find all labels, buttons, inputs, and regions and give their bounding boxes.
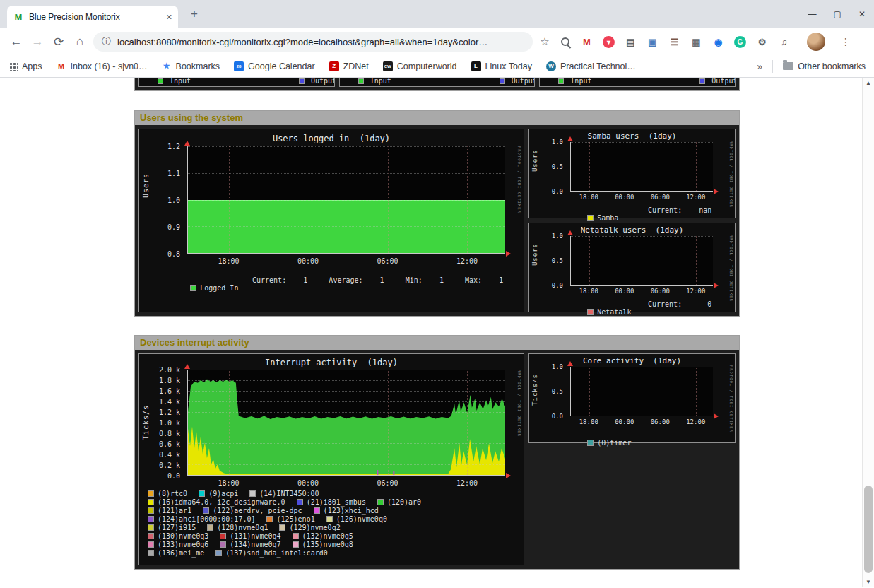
tab-strip: M Blue Precision Monitorix ✕ + — ▢ ✕ bbox=[0, 0, 874, 28]
partial-graph-3[interactable]: Input Output bbox=[539, 78, 736, 87]
forward-button[interactable]: → bbox=[27, 31, 48, 52]
page-info-icon[interactable]: ⓘ bbox=[102, 35, 111, 48]
home-button[interactable]: ⌂ bbox=[69, 31, 90, 52]
graph-legend: Logged In Current: 1 Average: 1 Min: 1 M… bbox=[148, 276, 238, 307]
extension-icons-row: M▾▤▣☰▦◉G⚙♫ ⋮ bbox=[560, 33, 851, 51]
gridline bbox=[188, 380, 505, 381]
graph-title: Interrupt activity (1day) bbox=[139, 358, 524, 368]
legend-item: (120)ar0 bbox=[377, 498, 421, 506]
url-text[interactable]: localhost:8080/monitorix-cgi/monitorix.c… bbox=[117, 37, 524, 47]
scroll-up-arrow[interactable]: ▲ bbox=[863, 78, 874, 88]
other-bookmarks[interactable]: Other bookmarks bbox=[783, 61, 866, 71]
legend-label: (0)timer bbox=[597, 439, 631, 447]
users-logged-in-graph[interactable]: Users logged in (1day) Users 1.21.11.00.… bbox=[138, 129, 524, 312]
legend-label: Output bbox=[512, 78, 536, 85]
y-tick-label: 0.5 bbox=[552, 388, 563, 395]
x-tick-label: 18:00 bbox=[579, 418, 598, 425]
x-tick-label: 00:00 bbox=[615, 288, 634, 295]
bookmarks-separator bbox=[772, 60, 773, 73]
gridline bbox=[625, 236, 625, 285]
plot-area bbox=[187, 370, 505, 476]
bookmark-computerworld[interactable]: CWComputerworld bbox=[383, 61, 457, 71]
legend-swatch bbox=[190, 285, 196, 291]
profile-avatar[interactable] bbox=[807, 33, 825, 51]
browser-menu-icon[interactable]: ⋮ bbox=[841, 36, 851, 47]
maximize-button[interactable]: ▢ bbox=[834, 9, 841, 19]
partial-graph-2[interactable]: Input Output bbox=[339, 78, 536, 87]
bookmark-inbox[interactable]: MInbox (16) - sjvn0… bbox=[57, 61, 148, 71]
netatalk-users-graph[interactable]: Netatalk users (1day) Users 1.00.50.0 18… bbox=[528, 223, 736, 312]
bookmark-practical-technology[interactable]: WPractical Technol… bbox=[546, 61, 636, 71]
gridline bbox=[309, 146, 309, 253]
samba-users-graph[interactable]: Samba users (1day) Users 1.00.50.0 18:00… bbox=[528, 129, 736, 218]
notes-icon[interactable]: ▣ bbox=[646, 36, 659, 48]
minimize-button[interactable]: — bbox=[808, 9, 817, 19]
vertical-scrollbar[interactable]: ▲ ▼ bbox=[862, 78, 874, 587]
x-axis-arrow bbox=[714, 283, 719, 288]
legend-swatch bbox=[293, 533, 299, 539]
gridline bbox=[696, 142, 697, 191]
tab-title: Blue Precision Monitorix bbox=[29, 12, 161, 22]
bookmark-google-calendar-icon: 28 bbox=[234, 61, 244, 71]
browser-tab[interactable]: M Blue Precision Monitorix ✕ bbox=[7, 6, 178, 28]
y-axis-arrow bbox=[567, 361, 573, 366]
gridline bbox=[188, 173, 505, 174]
grammarly-icon[interactable]: G bbox=[734, 36, 746, 48]
interrupt-activity-graph[interactable]: Interrupt activity (1day) Ticks/s 2.0 k1… bbox=[138, 353, 524, 565]
bookmark-google-calendar[interactable]: 28Google Calendar bbox=[234, 61, 315, 71]
pocket-icon[interactable]: ▾ bbox=[603, 36, 615, 48]
gridline bbox=[589, 367, 590, 416]
bookmark-zdnet-icon: Z bbox=[329, 61, 339, 71]
bookmark-linux-today[interactable]: LLinux Today bbox=[471, 61, 533, 71]
apps-shortcut[interactable]: Apps bbox=[8, 61, 42, 71]
legend-stats: Current: 1 Average: 1 Min: 1 Max: 1 bbox=[252, 276, 503, 284]
y-tick-label: 0.0 bbox=[552, 413, 563, 420]
apps-grid-icon bbox=[8, 61, 18, 71]
bookmarks-overflow-chevron[interactable]: » bbox=[757, 61, 762, 72]
bookmark-star-icon[interactable]: ☆ bbox=[536, 35, 554, 48]
scrollbar-thumb[interactable] bbox=[864, 486, 873, 573]
screenshot-icon[interactable]: ◉ bbox=[712, 36, 724, 48]
tab-close-icon[interactable]: ✕ bbox=[166, 13, 172, 22]
y-tick-label: 0.2 k bbox=[159, 461, 180, 469]
gridline bbox=[188, 475, 505, 476]
bookmark-zdnet[interactable]: ZZDNet bbox=[329, 61, 369, 71]
new-tab-button[interactable]: + bbox=[187, 7, 202, 21]
vault-icon[interactable]: ▦ bbox=[690, 36, 702, 48]
stack-icon[interactable]: ☰ bbox=[668, 36, 680, 48]
monitorix-favicon: M bbox=[13, 12, 24, 23]
gridline bbox=[188, 433, 505, 433]
interrupt-legend: (8)rtc0(9)acpi(14)INT3450:00(16)idma64.0… bbox=[148, 489, 421, 557]
section-users: Users using the system Users logged in (… bbox=[134, 110, 740, 317]
gridline bbox=[229, 146, 230, 253]
back-button[interactable]: ← bbox=[6, 31, 27, 52]
gridline bbox=[571, 285, 713, 286]
legend-item: (130)nvme0q3 bbox=[148, 532, 208, 540]
core-activity-graph[interactable]: Core activity (1day) Ticks/s 1.00.50.0 1… bbox=[528, 353, 736, 443]
bookmark-bookmarks-icon: ★ bbox=[162, 61, 172, 71]
gridline bbox=[188, 391, 505, 392]
close-window-button[interactable]: ✕ bbox=[858, 9, 866, 19]
legend-swatch bbox=[558, 78, 564, 84]
y-tick-label: 1.6 k bbox=[159, 387, 180, 395]
search-icon[interactable] bbox=[560, 36, 571, 47]
partial-graph-1[interactable]: Input Output bbox=[138, 78, 335, 87]
x-tick-label: 12:00 bbox=[686, 288, 705, 295]
reload-button[interactable]: ⟳ bbox=[48, 31, 69, 52]
legend-item: (125)eno1 bbox=[266, 515, 314, 523]
bookmark-bookmarks[interactable]: ★Bookmarks bbox=[162, 61, 220, 71]
url-bar[interactable]: ⓘ localhost:8080/monitorix-cgi/monitorix… bbox=[93, 32, 533, 52]
graph-legend: (0)timer bbox=[536, 431, 631, 454]
gridline bbox=[229, 370, 230, 475]
legend-swatch bbox=[199, 490, 205, 497]
scroll-down-arrow[interactable]: ▼ bbox=[863, 577, 874, 587]
settings-icon[interactable]: ⚙ bbox=[756, 36, 768, 48]
legend-item: (129)nvme0q2 bbox=[279, 524, 340, 531]
playlist-icon[interactable]: ♫ bbox=[778, 36, 790, 48]
partial-graph-row: Input Output Input Output Input Output bbox=[134, 78, 740, 91]
copy-pages-icon[interactable]: ▤ bbox=[625, 36, 637, 48]
rrdtool-watermark: RRDTOOL / TOBI OETIKER bbox=[729, 235, 733, 302]
legend-swatch bbox=[158, 78, 163, 84]
gmail-icon[interactable]: M bbox=[581, 36, 593, 48]
legend-item: (134)nvme0q7 bbox=[220, 541, 280, 548]
